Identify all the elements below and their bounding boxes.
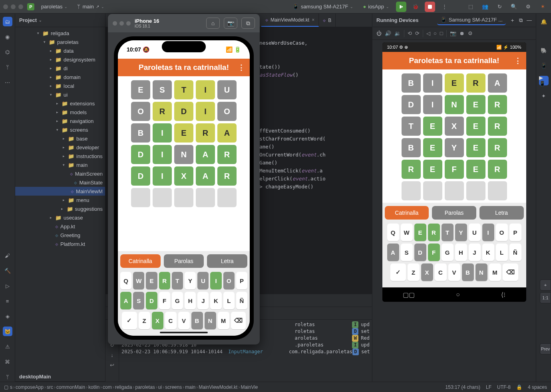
tree-row[interactable]: ▾📁ui <box>15 90 105 99</box>
home-indicator[interactable] <box>160 332 208 333</box>
key-S[interactable]: S <box>133 292 144 309</box>
key-K[interactable]: K <box>210 292 221 309</box>
window-icon[interactable]: ⧉ <box>519 17 523 24</box>
back-icon[interactable]: ◁ <box>426 30 430 36</box>
tree-row[interactable]: ⟐Greeting <box>15 231 105 240</box>
updates-icon[interactable]: ⬚ <box>465 2 476 12</box>
git-branch[interactable]: ᛘmain↗⌄ <box>74 2 107 11</box>
editor-tab-b[interactable]: ⟐B <box>319 14 336 27</box>
key-I[interactable]: I <box>482 224 494 241</box>
key-T[interactable]: T <box>172 272 183 289</box>
breadcrumb-part[interactable]: composeApp <box>16 384 44 390</box>
tree-row[interactable]: ▾📁main <box>15 160 105 169</box>
breadcrumb-part[interactable]: commonMain <box>56 384 85 390</box>
indent[interactable]: 4 spaces <box>528 384 547 390</box>
down-icon[interactable]: ↓ <box>111 352 113 358</box>
commit-tool-icon[interactable]: ◉ <box>3 32 12 42</box>
minimize-icon[interactable]: — <box>527 17 532 23</box>
key-Z[interactable]: Z <box>408 263 420 281</box>
device-selector[interactable]: 📱samsung SM-A217F⌄ <box>290 2 356 11</box>
ai-assistant-icon[interactable]: ✶ <box>537 2 548 12</box>
key-L[interactable]: L <box>496 244 508 261</box>
tree-row[interactable]: ⟐MainScreen <box>15 169 105 178</box>
breadcrumb-part[interactable]: kotlin <box>88 384 99 390</box>
simulator-titlebar[interactable]: iPhone 16iOS 18.1 ⌂ 📷 ⧉ <box>108 14 260 32</box>
tree-row[interactable]: ▾📁screens <box>15 125 105 134</box>
sync-icon[interactable]: ↻ <box>494 2 505 12</box>
key-M[interactable]: M <box>218 312 229 329</box>
key-U[interactable]: U <box>469 224 481 241</box>
key-Y[interactable]: Y <box>455 224 467 241</box>
search-icon[interactable]: 🔍 <box>509 2 519 12</box>
menu-icon[interactable]: ⋮ <box>238 63 245 72</box>
key-⌫[interactable]: ⌫ <box>503 263 518 281</box>
key-A[interactable]: A <box>120 292 131 309</box>
mode-letra[interactable]: Letra <box>207 254 247 268</box>
prev-side-tab[interactable]: Prev <box>540 343 551 354</box>
key-I[interactable]: I <box>210 272 221 289</box>
tree-row[interactable]: ▸📁suggestions <box>15 204 105 213</box>
stop-button[interactable] <box>425 2 435 12</box>
tree-row[interactable]: ▸📁navigation <box>15 117 105 125</box>
run-config-selector[interactable]: ●iosApp⌄ <box>360 2 392 11</box>
tree-row[interactable]: ▸📁di <box>15 64 105 73</box>
key-J[interactable]: J <box>197 292 209 309</box>
key-G[interactable]: G <box>172 292 183 309</box>
key-Y[interactable]: Y <box>185 272 196 289</box>
breadcrumb-part[interactable]: screens <box>165 384 182 390</box>
more-tool-icon[interactable]: ⋯ <box>3 77 12 87</box>
tree-row[interactable]: ▸📁data <box>15 46 105 55</box>
key-W[interactable]: W <box>133 272 144 289</box>
problems-tool-icon[interactable]: ⚠ <box>3 342 12 351</box>
key-N[interactable]: N <box>205 312 216 329</box>
key-C[interactable]: C <box>165 312 177 329</box>
notifications-icon[interactable]: 🔔 <box>539 17 549 26</box>
code-with-me-icon[interactable]: 👥 <box>480 2 490 12</box>
editor-tab-mainviewmodel[interactable]: ⟐MainViewModel.kt× <box>261 14 319 27</box>
todo-tool-icon[interactable]: ≡ <box>3 296 12 306</box>
key-V[interactable]: V <box>178 312 190 329</box>
external-button[interactable]: ⧉ <box>241 18 255 29</box>
git-tool-icon[interactable]: ᛘ <box>3 372 12 382</box>
key-H[interactable]: H <box>185 292 196 309</box>
ai-icon[interactable]: ✦ <box>539 91 549 101</box>
mode-catrinalla[interactable]: Catrinalla <box>385 206 429 220</box>
lock-icon[interactable]: 🔒 <box>516 384 522 390</box>
encoding[interactable]: UTF-8 <box>497 384 511 390</box>
tree-row[interactable]: ▸📁usecase <box>15 213 105 222</box>
tree-row[interactable]: ⟐App.kt <box>15 222 105 231</box>
menu-icon[interactable]: ⋮ <box>514 56 521 65</box>
add-side-tab[interactable]: + <box>540 279 551 291</box>
project-tree[interactable]: ▾📁religada▾📁paroletas▸📁data▸📁designsyste… <box>15 27 105 372</box>
terminal-tool-icon[interactable]: ⌘ <box>3 357 12 366</box>
sourceset-desktop[interactable]: desktopMain <box>15 372 105 382</box>
run-tool-icon[interactable]: ▷ <box>3 281 12 291</box>
line-sep[interactable]: LF <box>486 384 491 390</box>
key-E[interactable]: E <box>146 272 157 289</box>
iphone-screen[interactable]: 10:07 🔕📶 🔋 Paroletas ta ra catrinalla!⋮ … <box>118 40 250 336</box>
more-button[interactable]: ⋮ <box>439 2 450 12</box>
build-tool-icon[interactable]: 🔨 <box>3 266 12 275</box>
home-button[interactable]: ⌂ <box>206 18 220 29</box>
tree-row[interactable]: ▸📁menu <box>15 196 105 204</box>
breadcrumb-part[interactable]: com <box>103 384 112 390</box>
project-selector[interactable]: paroletas⌄ <box>38 2 70 11</box>
android-navbar[interactable]: ▢▢○⟨⁝ <box>382 287 526 302</box>
key-P[interactable]: P <box>509 224 521 241</box>
rotate-right-icon[interactable]: ⟳ <box>415 30 420 36</box>
vcs-tool-icon[interactable]: ᛘ <box>3 62 12 72</box>
tree-row[interactable]: ⟐MainState <box>15 178 105 187</box>
mode-parolas[interactable]: Parolas <box>164 254 204 268</box>
project-panel-header[interactable]: Project⌄ <box>15 14 105 27</box>
logcat-tool-icon[interactable]: 🐱 <box>3 327 12 336</box>
key-✓[interactable]: ✓ <box>390 263 406 281</box>
key-P[interactable]: P <box>236 272 247 289</box>
key-T[interactable]: T <box>442 224 454 241</box>
screenshot-button[interactable]: 📷 <box>224 18 237 29</box>
key-B[interactable]: B <box>191 312 203 329</box>
breadcrumb-part[interactable]: main <box>185 384 195 390</box>
overview-icon[interactable]: □ <box>440 30 443 36</box>
breadcrumb-part[interactable]: religada <box>115 384 132 390</box>
tree-row[interactable]: ▸📁base <box>15 134 105 143</box>
key-✓[interactable]: ✓ <box>122 312 137 329</box>
